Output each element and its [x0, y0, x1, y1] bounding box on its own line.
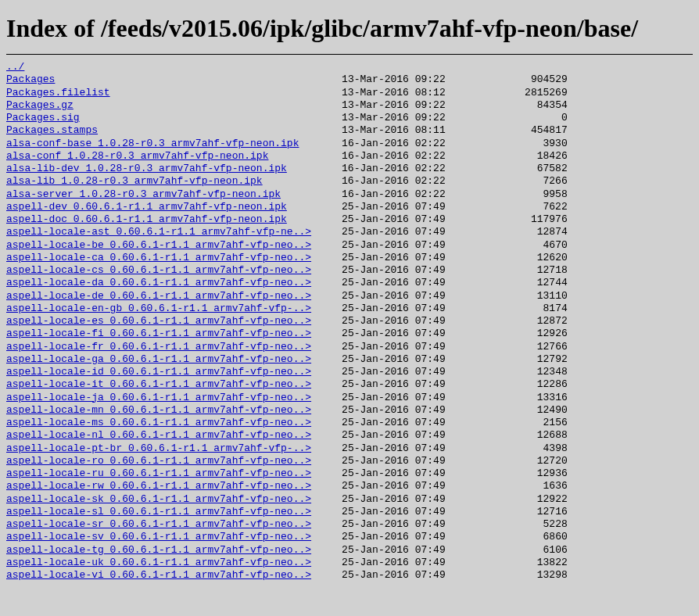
file-link[interactable]: aspell-locale-fi_0.60.6.1-r1.1_armv7ahf-… — [6, 328, 311, 339]
file-link[interactable]: aspell-locale-da_0.60.6.1-r1.1_armv7ahf-… — [6, 277, 311, 288]
file-link[interactable]: aspell-locale-ja_0.60.6.1-r1.1_armv7ahf-… — [6, 392, 311, 403]
file-link[interactable]: aspell-locale-be_0.60.6.1-r1.1_armv7ahf-… — [6, 239, 311, 251]
file-link[interactable]: Packages — [6, 73, 55, 85]
file-link[interactable]: aspell-locale-cs_0.60.6.1-r1.1_armv7ahf-… — [6, 264, 311, 276]
file-link[interactable]: aspell-locale-tg_0.60.6.1-r1.1_armv7ahf-… — [6, 544, 311, 556]
page-title: Index of /feeds/v2015.06/ipk/glibc/armv7… — [6, 14, 693, 43]
file-link[interactable]: aspell-locale-pt-br_0.60.6.1-r1.1_armv7a… — [6, 442, 311, 454]
file-link[interactable]: aspell-locale-ro_0.60.6.1-r1.1_armv7ahf-… — [6, 455, 311, 467]
file-link[interactable]: alsa-conf-base_1.0.28-r0.3_armv7ahf-vfp-… — [6, 138, 299, 149]
file-link[interactable]: aspell-locale-rw_0.60.6.1-r1.1_armv7ahf-… — [6, 480, 311, 492]
file-link[interactable]: aspell-doc_0.60.6.1-r1.1_armv7ahf-vfp-ne… — [6, 213, 287, 225]
file-link[interactable]: aspell-locale-de_0.60.6.1-r1.1_armv7ahf-… — [6, 290, 311, 302]
file-link[interactable]: aspell-locale-it_0.60.6.1-r1.1_armv7ahf-… — [6, 378, 311, 390]
file-link[interactable]: aspell-locale-mn_0.60.6.1-r1.1_armv7ahf-… — [6, 404, 311, 416]
file-link[interactable]: aspell-locale-es_0.60.6.1-r1.1_armv7ahf-… — [6, 315, 311, 327]
file-link[interactable]: aspell-locale-vi_0.60.6.1-r1.1_armv7ahf-… — [6, 569, 311, 581]
file-link[interactable]: aspell-dev_0.60.6.1-r1.1_armv7ahf-vfp-ne… — [6, 201, 287, 213]
file-link[interactable]: aspell-locale-nl_0.60.6.1-r1.1_armv7ahf-… — [6, 429, 311, 441]
file-link[interactable]: Packages.filelist — [6, 87, 110, 98]
file-link[interactable]: Packages.sig — [6, 112, 80, 124]
file-link[interactable]: aspell-locale-sl_0.60.6.1-r1.1_armv7ahf-… — [6, 506, 311, 518]
file-link[interactable]: Packages.stamps — [6, 124, 98, 136]
file-link[interactable]: alsa-conf_1.0.28-r0.3_armv7ahf-vfp-neon.… — [6, 150, 268, 162]
file-listing: ../ Packages 13-Mar-2016 09:22 904529 Pa… — [6, 61, 693, 582]
file-link[interactable]: alsa-lib_1.0.28-r0.3_armv7ahf-vfp-neon.i… — [6, 175, 263, 187]
file-link[interactable]: alsa-server_1.0.28-r0.3_armv7ahf-vfp-neo… — [6, 188, 281, 200]
file-link[interactable]: aspell-locale-sk_0.60.6.1-r1.1_armv7ahf-… — [6, 493, 311, 505]
file-link[interactable]: aspell-locale-uk_0.60.6.1-r1.1_armv7ahf-… — [6, 557, 311, 568]
file-link[interactable]: aspell-locale-ms_0.60.6.1-r1.1_armv7ahf-… — [6, 417, 311, 428]
file-link[interactable]: aspell-locale-sv_0.60.6.1-r1.1_armv7ahf-… — [6, 531, 311, 543]
file-link[interactable]: alsa-lib-dev_1.0.28-r0.3_armv7ahf-vfp-ne… — [6, 163, 287, 174]
file-link[interactable]: aspell-locale-ru_0.60.6.1-r1.1_armv7ahf-… — [6, 467, 311, 479]
file-link[interactable]: aspell-locale-ga_0.60.6.1-r1.1_armv7ahf-… — [6, 353, 311, 365]
file-link[interactable]: aspell-locale-ca_0.60.6.1-r1.1_armv7ahf-… — [6, 252, 311, 263]
file-link[interactable]: aspell-locale-fr_0.60.6.1-r1.1_armv7ahf-… — [6, 341, 311, 353]
file-link[interactable]: aspell-locale-sr_0.60.6.1-r1.1_armv7ahf-… — [6, 518, 311, 530]
file-link[interactable]: aspell-locale-ast_0.60.6.1-r1.1_armv7ahf… — [6, 226, 311, 238]
file-link[interactable]: Packages.gz — [6, 99, 73, 111]
parent-link[interactable]: ../ — [6, 61, 24, 73]
file-link[interactable]: aspell-locale-en-gb_0.60.6.1-r1.1_armv7a… — [6, 303, 311, 314]
file-link[interactable]: aspell-locale-id_0.60.6.1-r1.1_armv7ahf-… — [6, 366, 311, 378]
divider — [6, 54, 693, 55]
